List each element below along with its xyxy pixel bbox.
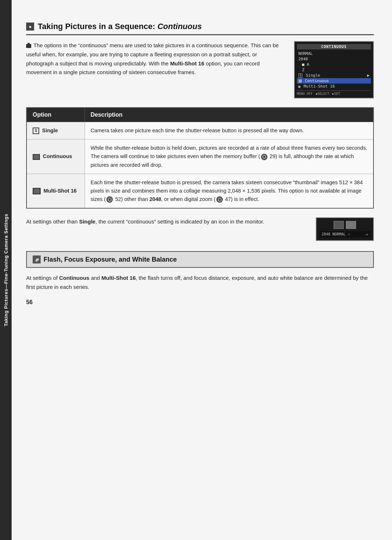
flash-text-start: At settings of: [26, 275, 59, 281]
options-table: Option Description S Single Camera takes…: [26, 107, 374, 209]
table-row: Continuous While the shutter-release but…: [26, 140, 373, 174]
flash-icon: ⌀: [33, 255, 41, 263]
bold-2048: 2048: [150, 196, 161, 202]
flash-bold1: Continuous: [59, 275, 89, 281]
after-table-text: At settings other than Single, the curre…: [26, 217, 307, 226]
multishot-description: Each time the shutter-release button is …: [91, 180, 363, 202]
header-option: Option: [26, 108, 85, 122]
table-row: S Single Camera takes one picture each t…: [26, 122, 373, 140]
sidebar-tab: Taking Pictures—Fine-Tuning Camera Setti…: [0, 0, 12, 540]
menu-row-z: Z: [297, 67, 371, 73]
section-heading-plain: Taking Pictures in a Sequence:: [38, 22, 158, 31]
page-container: Taking Pictures—Fine-Tuning Camera Setti…: [0, 0, 392, 540]
continuous-label: Continuous: [43, 153, 72, 159]
main-content: Taking Pictures in a Sequence: Continuou…: [12, 0, 392, 540]
multishot-label: Multi-Shot 16: [44, 188, 77, 194]
monitor-bottom-text: 2048 NORMAL ☉: [322, 232, 350, 236]
multishot-icon: [33, 188, 41, 194]
ref-icon-47: ◯: [216, 196, 223, 203]
single-description: Camera takes one picture each time the s…: [91, 128, 304, 133]
after-text-bold: Single: [79, 218, 95, 225]
section-title: Taking Pictures in a Sequence: Continuou…: [26, 22, 374, 35]
continuous-description: While the shutter-release button is held…: [91, 145, 367, 168]
monitor-icon-1: [334, 221, 344, 229]
description-cell-single: Camera takes one picture each time the s…: [85, 122, 373, 140]
menu-bottom-bar: MENU OFF ◆SELECT ▶SET: [297, 90, 371, 96]
header-description: Description: [85, 108, 373, 122]
after-text-start: At settings other than: [26, 218, 79, 225]
menu-row-single: S Single ▶: [297, 73, 371, 78]
content-body: Taking Pictures in a Sequence: Continuou…: [26, 22, 374, 306]
section-heading-italic: Continuous: [158, 22, 202, 31]
continuous-icon: [33, 154, 40, 160]
menu-row-continuous: 🖼 Continuous: [297, 78, 371, 84]
section-heading: Taking Pictures in a Sequence: Continuou…: [38, 22, 202, 31]
menu-title: CONTINUOUS: [297, 44, 371, 49]
single-icon: S: [33, 128, 39, 134]
monitor-icons: [319, 221, 370, 229]
intro-section: The options in the “continuous” menu are…: [26, 41, 374, 98]
monitor-image: 2048 NORMAL ☉ ▭: [316, 217, 374, 241]
sidebar-tab-text: Taking Pictures—Fine-Tuning Camera Setti…: [3, 214, 9, 326]
single-label: Single: [42, 128, 58, 133]
flash-section-header: ⌀ Flash, Focus Exposure, and White Balan…: [26, 251, 374, 268]
menu-row-multishot: ▦ Multi-Shot 16: [297, 84, 371, 89]
intro-bold: Multi-Shot 16: [170, 60, 204, 67]
menu-row-a: ■ A: [297, 62, 371, 67]
camera-icon: [26, 23, 34, 31]
option-cell-continuous: Continuous: [26, 140, 85, 174]
ref-icon-52: ◯: [106, 196, 113, 203]
monitor-bottom-bar: 2048 NORMAL ☉ ▭: [319, 231, 370, 237]
option-cell-single: S Single: [26, 122, 85, 140]
description-cell-multishot: Each time the shutter-release button is …: [85, 174, 373, 208]
flash-text: At settings of Continuous and Multi-Shot…: [26, 274, 374, 292]
description-cell-continuous: While the shutter-release button is held…: [85, 140, 373, 174]
after-table-section: At settings other than Single, the curre…: [26, 217, 374, 241]
camera-inline-icon: [26, 44, 31, 48]
page-number: 56: [26, 299, 374, 306]
table-header-row: Option Description: [26, 108, 373, 122]
flash-text-mid: and: [89, 275, 101, 281]
flash-section-title: Flash, Focus Exposure, and White Balance: [44, 256, 177, 263]
flash-bold2: Multi-Shot 16: [102, 275, 136, 281]
ref-icon-29: ◯: [261, 154, 268, 160]
monitor-icon-2: [346, 221, 356, 229]
after-text-end: , the current “continuous” setting is in…: [95, 218, 264, 225]
camera-menu-image: CONTINUOUS NORMAL 2048 ■ A Z S Single ▶ …: [294, 41, 374, 98]
intro-text: The options in the “continuous” menu are…: [26, 41, 285, 98]
menu-row-normal: NORMAL: [297, 51, 371, 56]
option-cell-multishot: Multi-Shot 16: [26, 174, 85, 208]
table-row: Multi-Shot 16 Each time the shutter-rele…: [26, 174, 373, 208]
menu-row-2048: 2048: [297, 56, 371, 62]
